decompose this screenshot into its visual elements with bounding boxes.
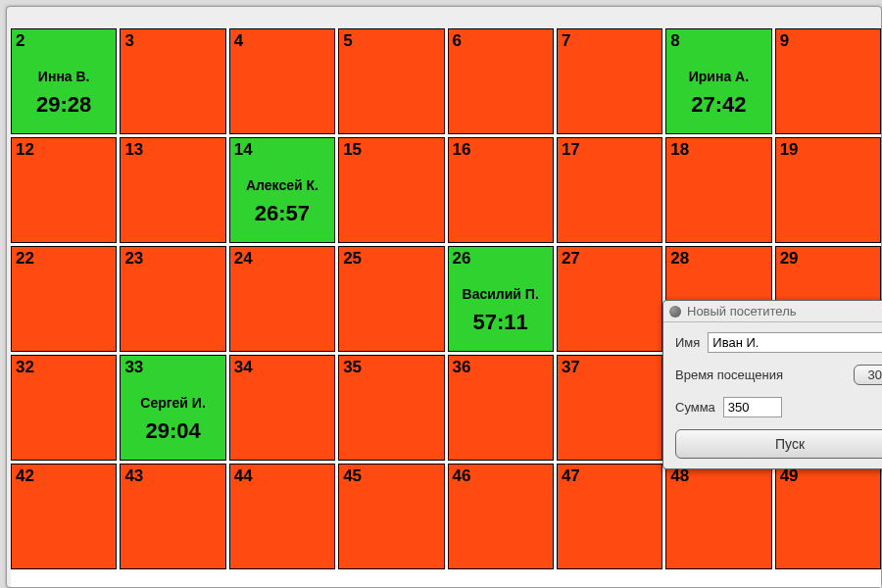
seat-timer: 27:42 <box>670 92 766 118</box>
seat-number: 6 <box>453 31 549 51</box>
seat-cell[interactable]: 16 <box>448 137 554 243</box>
seat-cell[interactable]: 17 <box>557 137 662 243</box>
seat-number: 46 <box>453 466 549 486</box>
start-button[interactable]: Пуск <box>675 429 882 459</box>
seat-number: 12 <box>16 140 112 160</box>
seat-number: 27 <box>562 249 658 269</box>
seat-cell[interactable]: 26Василий П.57:11 <box>448 246 554 352</box>
seat-cell[interactable]: 46 <box>448 464 554 569</box>
seat-timer: 26:57 <box>234 201 330 226</box>
seat-number: 9 <box>780 31 876 51</box>
app-icon <box>669 306 681 318</box>
seat-number: 24 <box>234 249 330 269</box>
seat-cell[interactable]: 8Ирина А.27:42 <box>665 28 771 134</box>
seat-number: 34 <box>234 358 330 377</box>
seat-visitor-name: Инна В. <box>16 69 112 84</box>
seat-number: 13 <box>124 140 220 160</box>
seat-cell[interactable]: 34 <box>229 355 335 461</box>
seat-number: 19 <box>780 140 876 160</box>
sum-label: Сумма <box>675 400 715 415</box>
seat-number: 18 <box>670 140 766 160</box>
seat-cell[interactable]: 33Сергей И.29:04 <box>120 355 225 461</box>
seat-visitor-name: Алексей К. <box>234 177 330 193</box>
seat-cell[interactable]: 47 <box>557 464 662 569</box>
seat-number: 48 <box>670 466 766 486</box>
seat-timer: 29:28 <box>16 92 112 118</box>
seat-cell[interactable]: 36 <box>448 355 554 461</box>
dialog-titlebar[interactable]: Новый посетитель <box>663 301 882 322</box>
seat-number: 16 <box>453 140 549 160</box>
seat-number: 8 <box>670 31 766 51</box>
start-button-label: Пуск <box>775 436 805 452</box>
dialog-title: Новый посетитель <box>687 304 797 318</box>
seat-cell[interactable]: 48 <box>665 464 771 569</box>
seat-number: 33 <box>124 358 220 377</box>
seat-cell[interactable]: 4 <box>229 28 335 134</box>
seat-number: 25 <box>343 249 439 269</box>
visit-time-select[interactable]: 30 <box>854 365 882 385</box>
seat-cell[interactable]: 27 <box>557 246 662 352</box>
seat-cell[interactable]: 7 <box>557 28 662 134</box>
seat-cell[interactable]: 15 <box>338 137 444 243</box>
seat-number: 17 <box>562 140 658 160</box>
name-label: Имя <box>675 335 700 350</box>
seat-cell[interactable]: 13 <box>120 137 225 243</box>
seat-cell[interactable]: 43 <box>120 464 225 569</box>
seat-number: 45 <box>343 466 439 486</box>
seat-cell[interactable]: 5 <box>338 28 444 134</box>
seat-number: 5 <box>343 31 439 51</box>
seat-cell[interactable]: 44 <box>229 464 335 569</box>
seat-cell[interactable]: 2Инна В.29:28 <box>11 28 117 134</box>
seat-cell[interactable]: 35 <box>338 355 444 461</box>
seat-visitor-name: Василий П. <box>453 286 549 302</box>
seat-number: 2 <box>16 31 112 51</box>
seat-number: 22 <box>16 249 112 269</box>
seat-cell[interactable]: 32 <box>11 355 117 461</box>
seat-cell[interactable]: 37 <box>557 355 662 461</box>
name-input[interactable] <box>708 332 882 353</box>
seat-cell[interactable]: 42 <box>11 464 117 569</box>
sum-input[interactable] <box>723 397 782 417</box>
seat-cell[interactable]: 6 <box>448 28 554 134</box>
seat-cell[interactable]: 23 <box>120 246 225 352</box>
seat-number: 44 <box>234 466 330 486</box>
seat-visitor-name: Ирина А. <box>670 69 766 84</box>
seat-number: 43 <box>124 466 220 486</box>
seat-cell[interactable]: 22 <box>11 246 117 352</box>
main-window: 2Инна В.29:28345678Ирина А.27:429121314А… <box>6 6 882 588</box>
seat-number: 36 <box>453 358 549 377</box>
seat-visitor-name: Сергей И. <box>124 395 220 411</box>
visit-time-label: Время посещения <box>675 368 783 382</box>
new-visitor-dialog: Новый посетитель Имя Время посещения 30 … <box>662 300 882 469</box>
seat-cell[interactable]: 9 <box>775 28 881 134</box>
seat-number: 3 <box>124 31 220 51</box>
seat-number: 32 <box>16 358 112 377</box>
seat-number: 42 <box>16 466 112 486</box>
seat-cell[interactable]: 12 <box>11 137 117 243</box>
seat-number: 7 <box>562 31 658 51</box>
seat-number: 29 <box>780 249 876 269</box>
seat-cell[interactable]: 45 <box>338 464 444 569</box>
seat-cell[interactable]: 49 <box>775 464 881 569</box>
seat-number: 14 <box>234 140 330 160</box>
dialog-body: Имя Время посещения 30 Сумма Пуск <box>663 322 882 468</box>
seat-number: 4 <box>234 31 330 51</box>
seat-number: 37 <box>562 358 658 377</box>
seat-number: 47 <box>562 466 658 486</box>
seat-cell[interactable]: 24 <box>229 246 335 352</box>
seat-cell[interactable]: 19 <box>775 137 881 243</box>
seat-cell[interactable]: 14Алексей К.26:57 <box>229 137 335 243</box>
seat-number: 23 <box>124 249 220 269</box>
seat-number: 15 <box>343 140 439 160</box>
seat-number: 49 <box>780 466 876 486</box>
seat-timer: 57:11 <box>453 310 549 335</box>
seat-cell[interactable]: 3 <box>120 28 225 134</box>
seat-cell[interactable]: 18 <box>665 137 771 243</box>
seat-number: 28 <box>670 249 766 269</box>
visit-time-value: 30 <box>868 368 882 382</box>
seat-timer: 29:04 <box>124 418 220 444</box>
seat-number: 35 <box>343 358 439 377</box>
seat-number: 26 <box>453 249 549 269</box>
seat-cell[interactable]: 25 <box>338 246 444 352</box>
